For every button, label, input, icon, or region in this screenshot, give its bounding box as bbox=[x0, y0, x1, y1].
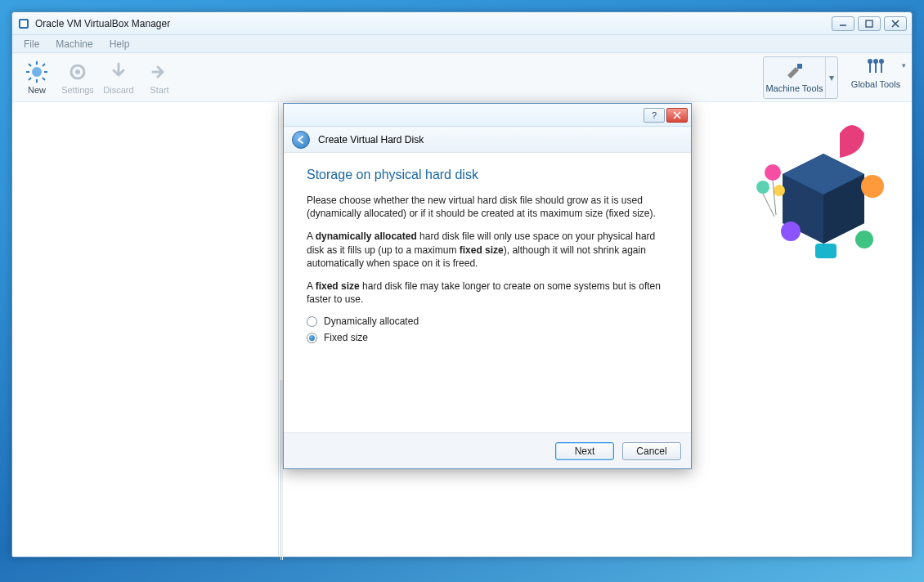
new-button[interactable]: New bbox=[17, 55, 56, 101]
svg-point-25 bbox=[765, 164, 781, 181]
discard-button[interactable]: Discard bbox=[99, 55, 138, 101]
menu-file[interactable]: File bbox=[16, 35, 47, 52]
settings-button[interactable]: Settings bbox=[58, 55, 97, 101]
dialog-footer: Next Cancel bbox=[284, 432, 691, 468]
svg-rect-15 bbox=[797, 64, 802, 69]
machine-tools-label: Machine Tools bbox=[765, 83, 823, 93]
dialog-para-2: A dynamically allocated hard disk file w… bbox=[307, 230, 668, 270]
svg-point-26 bbox=[756, 181, 769, 194]
machine-tools-group[interactable]: Machine Tools ▾ bbox=[763, 56, 838, 99]
radio-fixed-row[interactable]: Fixed size bbox=[307, 332, 668, 343]
dialog-titlebar: ? bbox=[284, 104, 691, 127]
sun-icon bbox=[25, 60, 48, 83]
global-tools-button[interactable]: Global Tools ▾ bbox=[845, 55, 907, 101]
next-button[interactable]: Next bbox=[555, 442, 614, 460]
start-button[interactable]: Start bbox=[140, 55, 179, 101]
dialog-para-1: Please choose whether the new virtual ha… bbox=[307, 194, 668, 220]
svg-line-11 bbox=[43, 64, 45, 66]
brand-illustration bbox=[742, 109, 905, 272]
radio-dynamic-label: Dynamically allocated bbox=[324, 316, 419, 327]
radio-dynamic[interactable] bbox=[307, 316, 317, 327]
svg-line-28 bbox=[773, 181, 776, 215]
dialog-help-button[interactable]: ? bbox=[644, 108, 665, 123]
cancel-button[interactable]: Cancel bbox=[622, 442, 681, 460]
start-icon bbox=[148, 60, 171, 83]
create-vhd-dialog: ? Create Virtual Hard Disk Storage on ph… bbox=[283, 103, 692, 469]
app-icon bbox=[17, 17, 30, 30]
gear-icon bbox=[66, 60, 89, 83]
svg-point-27 bbox=[774, 185, 785, 196]
settings-label: Settings bbox=[61, 85, 94, 95]
menu-help[interactable]: Help bbox=[101, 35, 138, 52]
titlebar: Oracle VM VirtualBox Manager bbox=[12, 12, 912, 35]
svg-rect-1 bbox=[20, 20, 27, 27]
svg-point-32 bbox=[855, 231, 873, 248]
radio-fixed[interactable] bbox=[307, 333, 317, 343]
minimize-button[interactable] bbox=[832, 16, 854, 31]
window-controls bbox=[832, 16, 907, 31]
titlebar-title: Oracle VM VirtualBox Manager bbox=[35, 18, 832, 29]
dialog-para-3: A fixed size hard disk file may take lon… bbox=[307, 280, 668, 306]
svg-point-4 bbox=[32, 67, 42, 77]
svg-line-12 bbox=[29, 78, 31, 80]
dialog-header-title: Create Virtual Hard Disk bbox=[318, 134, 424, 146]
svg-rect-3 bbox=[866, 20, 872, 27]
radio-dynamic-row[interactable]: Dynamically allocated bbox=[307, 316, 668, 327]
svg-point-31 bbox=[781, 222, 801, 241]
toolbar: New Settings Discard Start bbox=[12, 53, 912, 102]
maximize-button[interactable] bbox=[858, 16, 881, 31]
dialog-close-button[interactable] bbox=[666, 108, 688, 123]
menu-machine[interactable]: Machine bbox=[47, 35, 101, 52]
vm-list-sidebar[interactable] bbox=[12, 102, 279, 557]
dialog-heading: Storage on physical hard disk bbox=[307, 168, 668, 182]
svg-text:?: ? bbox=[652, 110, 657, 120]
svg-rect-33 bbox=[815, 244, 837, 258]
back-button[interactable] bbox=[292, 131, 310, 149]
chevron-down-icon[interactable]: ▾ bbox=[902, 61, 906, 69]
svg-line-10 bbox=[43, 78, 45, 80]
tools-icon bbox=[865, 56, 886, 78]
discard-label: Discard bbox=[103, 85, 133, 95]
svg-line-9 bbox=[29, 64, 31, 66]
hammer-icon bbox=[784, 62, 805, 82]
radio-fixed-label: Fixed size bbox=[324, 332, 368, 343]
start-label: Start bbox=[150, 85, 168, 95]
svg-point-30 bbox=[861, 175, 884, 198]
new-label: New bbox=[28, 85, 46, 95]
dropdown-arrow-icon[interactable]: ▾ bbox=[826, 57, 837, 98]
svg-line-29 bbox=[763, 194, 774, 217]
svg-point-14 bbox=[75, 69, 80, 74]
global-tools-label: Global Tools bbox=[851, 79, 900, 89]
menubar: File Machine Help bbox=[12, 35, 912, 53]
dialog-body: Storage on physical hard disk Please cho… bbox=[284, 153, 691, 363]
dialog-header: Create Virtual Hard Disk bbox=[284, 127, 691, 153]
discard-icon bbox=[107, 60, 130, 83]
close-button[interactable] bbox=[884, 16, 907, 31]
